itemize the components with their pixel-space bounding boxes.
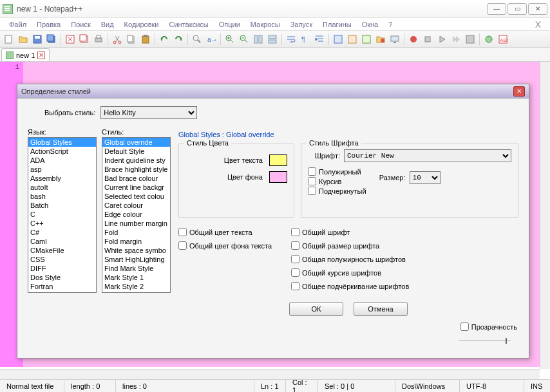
language-item[interactable]: Fortran [28, 282, 96, 291]
font-name-select[interactable]: Courier New [344, 149, 511, 162]
minimize-button[interactable]: — [487, 3, 506, 15]
style-item[interactable]: Line number margin [102, 219, 170, 228]
save-all-icon[interactable] [45, 33, 58, 46]
style-item[interactable]: Selected text colou [102, 192, 170, 201]
redo-icon[interactable] [172, 33, 185, 46]
style-item[interactable]: Bad brace colour [102, 174, 170, 183]
tab-close-icon[interactable]: ✕ [37, 51, 45, 59]
zoom-in-icon[interactable] [223, 33, 236, 46]
menu-language[interactable]: Синтаксисы [166, 19, 213, 30]
theme-select[interactable]: Hello Kitty [100, 106, 197, 119]
indent-icon[interactable] [313, 33, 326, 46]
foreground-swatch[interactable] [269, 154, 287, 166]
record-icon[interactable] [407, 33, 420, 46]
background-swatch[interactable] [269, 171, 287, 183]
language-item[interactable]: asp [28, 165, 96, 174]
language-listbox[interactable]: Global StylesActionScriptADAaspAssemblya… [28, 137, 97, 293]
open-file-icon[interactable] [17, 33, 30, 46]
menu-settings[interactable]: Опции [215, 19, 244, 30]
save-macro-icon[interactable] [464, 33, 477, 46]
doc-map-icon[interactable] [346, 33, 359, 46]
style-item[interactable]: Find Mark Style [102, 264, 170, 273]
language-item[interactable]: Global Styles [28, 138, 96, 147]
user-lang-icon[interactable] [332, 33, 345, 46]
close-button[interactable]: ✕ [528, 3, 547, 15]
global-fg-checkbox[interactable] [178, 228, 187, 236]
menu-search[interactable]: Поиск [67, 19, 94, 30]
tab-new1[interactable]: new 1 ✕ [1, 48, 50, 61]
language-item[interactable]: autoIt [28, 183, 96, 192]
play-icon[interactable] [435, 33, 448, 46]
style-item[interactable]: Edge colour [102, 210, 170, 219]
close-all-icon[interactable] [78, 33, 91, 46]
language-item[interactable]: CMakeFile [28, 246, 96, 255]
save-icon[interactable] [31, 33, 44, 46]
ok-button[interactable]: ОК [289, 302, 343, 316]
style-item[interactable]: Mark Style 2 [102, 282, 170, 291]
global-italic-checkbox[interactable] [291, 268, 299, 277]
menu-edit[interactable]: Правка [33, 19, 64, 30]
style-item[interactable]: Global override [102, 138, 170, 147]
style-item[interactable]: Default Style [102, 147, 170, 156]
monitor-icon[interactable] [388, 33, 401, 46]
style-item[interactable]: White space symbo [102, 246, 170, 255]
style-item[interactable]: Mark Style 3 [102, 291, 170, 293]
sync-h-icon[interactable] [266, 33, 279, 46]
menu-window[interactable]: Окна [358, 19, 383, 30]
language-item[interactable]: C# [28, 228, 96, 237]
paste-icon[interactable] [139, 33, 152, 46]
find-icon[interactable] [191, 33, 204, 46]
menu-help[interactable]: ? [384, 19, 396, 30]
style-item[interactable]: Fold [102, 228, 170, 237]
zoom-out-icon[interactable] [238, 33, 251, 46]
folder-icon[interactable] [374, 33, 387, 46]
undo-icon[interactable] [158, 33, 171, 46]
new-file-icon[interactable] [3, 33, 15, 46]
language-item[interactable]: Caml [28, 237, 96, 246]
style-item[interactable]: Brace highlight style [102, 165, 170, 174]
menu-encoding[interactable]: Кодировки [120, 19, 163, 30]
transparency-slider[interactable] [459, 341, 511, 341]
language-item[interactable]: Dos Style [28, 273, 96, 282]
cancel-button[interactable]: Отмена [354, 302, 408, 316]
menu-file[interactable]: Файл [5, 19, 30, 30]
cut-icon[interactable] [111, 33, 124, 46]
play-multi-icon[interactable] [450, 33, 462, 46]
language-item[interactable]: ADA [28, 156, 96, 165]
misc1-icon[interactable] [482, 33, 495, 46]
sync-v-icon[interactable] [252, 33, 265, 46]
style-listbox[interactable]: Global overrideDefault StyleIndent guide… [102, 137, 171, 293]
menu-run[interactable]: Запуск [287, 19, 316, 30]
global-size-checkbox[interactable] [291, 241, 299, 250]
vertical-scrollbar[interactable] [540, 62, 550, 369]
language-item[interactable]: bash [28, 192, 96, 201]
horizontal-scrollbar[interactable] [0, 369, 540, 379]
stop-icon[interactable] [421, 33, 434, 46]
language-item[interactable]: C++ [28, 219, 96, 228]
print-icon[interactable] [92, 33, 105, 46]
style-item[interactable]: Fold margin [102, 237, 170, 246]
copy-icon[interactable] [125, 33, 138, 46]
style-item[interactable]: Smart HighLighting [102, 255, 170, 264]
underline-checkbox[interactable] [308, 187, 316, 195]
menubar-close-icon[interactable]: X [531, 19, 545, 30]
menu-macro[interactable]: Макросы [247, 19, 284, 30]
misc2-icon[interactable]: ABC [497, 33, 509, 46]
language-item[interactable]: Batch [28, 201, 96, 210]
replace-icon[interactable]: a→ [205, 33, 218, 46]
language-item[interactable]: ActionScript [28, 147, 96, 156]
language-item[interactable]: CSS [28, 255, 96, 264]
language-item[interactable]: DIFF [28, 264, 96, 273]
font-size-select[interactable]: 10 [410, 171, 441, 184]
italic-checkbox[interactable] [308, 177, 316, 185]
language-item[interactable]: C [28, 210, 96, 219]
style-item[interactable]: Caret colour [102, 201, 170, 210]
global-bold-checkbox[interactable] [291, 255, 299, 263]
transparency-checkbox[interactable] [460, 322, 469, 331]
menu-view[interactable]: Вид [97, 19, 118, 30]
global-font-checkbox[interactable] [291, 228, 299, 236]
language-item[interactable]: Assembly [28, 174, 96, 183]
menu-plugins[interactable]: Плагины [319, 19, 356, 30]
maximize-button[interactable]: ▭ [507, 3, 527, 15]
bold-checkbox[interactable] [308, 167, 316, 176]
